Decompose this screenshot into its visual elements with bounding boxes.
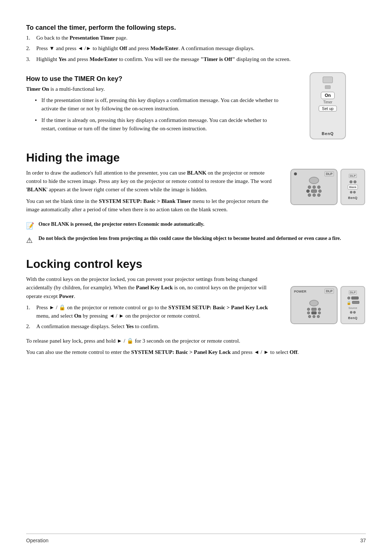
hiding-heading: Hiding the image bbox=[26, 151, 366, 164]
cancel-timer-heading: To cancel the timer, perform the followi… bbox=[26, 24, 366, 32]
locking-content: With the control keys on the projector l… bbox=[26, 275, 366, 334]
locking-section: Locking control keys With the control ke… bbox=[26, 257, 366, 356]
step-3: 3. Highlight Yes and press Mode/Enter to… bbox=[26, 55, 366, 64]
hiding-projector-group: DLP bbox=[290, 169, 365, 205]
hiding-text: In order to draw the audience's full att… bbox=[26, 169, 281, 217]
side-remote-illustration: DLP Blank BenQ bbox=[340, 169, 365, 205]
lock-remote-top bbox=[347, 297, 359, 299]
power-label: POWER bbox=[294, 290, 306, 293]
side-dlp-badge: DLP bbox=[349, 174, 357, 178]
hiding-section: Hiding the image In order to draw the au… bbox=[26, 151, 366, 246]
lock-icon-text: 🔒 bbox=[347, 301, 351, 305]
bullet-2: • If the timer is already on, pressing t… bbox=[35, 116, 281, 133]
power-led bbox=[294, 172, 297, 175]
locking-step-1: 1. Press ► / 🔒 on the projector or remot… bbox=[26, 303, 281, 321]
remote-brand: BenQ bbox=[322, 131, 334, 136]
note-icon: 📝 bbox=[26, 221, 36, 231]
proj-btn bbox=[313, 185, 316, 189]
lock-btn bbox=[318, 308, 321, 311]
step-2: 2. Press ▼ and press ◄ /► to highlight O… bbox=[26, 44, 366, 53]
side-remote-top-btns bbox=[350, 180, 356, 183]
locking-steps: 1. Press ► / 🔒 on the projector or remot… bbox=[26, 303, 281, 331]
side-nav-btns bbox=[350, 191, 356, 193]
locking-projector: DLP POWER bbox=[290, 286, 338, 324]
locking-side-remote: DLP 🔒 Source BenQ bbox=[340, 286, 365, 324]
hiding-para2: You can set the blank time in the SYSTEM… bbox=[26, 197, 281, 214]
bullet-1: • If the presentation timer is off, pres… bbox=[35, 96, 281, 113]
cancel-timer-section: To cancel the timer, perform the followi… bbox=[26, 24, 366, 64]
lr-rect bbox=[351, 297, 359, 299]
side-btn bbox=[350, 180, 352, 183]
lock-btn bbox=[318, 311, 321, 314]
remote-ir bbox=[325, 85, 331, 89]
proj-btn bbox=[317, 193, 320, 197]
side-brand: BenQ bbox=[348, 196, 358, 200]
lr-btn bbox=[347, 297, 350, 299]
proj-btn bbox=[308, 193, 311, 197]
projector-controls bbox=[306, 185, 322, 197]
proj-btn bbox=[308, 185, 311, 189]
proj-btn bbox=[317, 185, 320, 189]
projector-lens bbox=[309, 177, 319, 184]
locking-dlp-badge: DLP bbox=[324, 289, 334, 294]
remote-setup-btn: Set up bbox=[319, 106, 337, 111]
remote-on-btn: On bbox=[321, 92, 335, 99]
cancel-timer-steps: 1. Go back to the Presentation Timer pag… bbox=[26, 34, 366, 64]
side-nav-btn bbox=[350, 191, 352, 193]
blank-btn: Blank bbox=[348, 185, 358, 189]
locking-step-2: 2. A confirmation message displays. Sele… bbox=[26, 322, 281, 331]
hiding-content: In order to draw the audience's full att… bbox=[26, 169, 366, 217]
lr-nav bbox=[350, 311, 352, 314]
remote-control-image: On Timer Set up BenQ bbox=[310, 72, 346, 139]
release-text: To release panel key lock, press and hol… bbox=[26, 337, 366, 345]
blank-note: 📝 Once BLANK is pressed, the projector e… bbox=[26, 220, 366, 231]
lock-btn bbox=[317, 315, 320, 318]
note-text: Once BLANK is pressed, the projector ent… bbox=[38, 220, 204, 228]
locking-lens bbox=[309, 300, 319, 306]
step-1: 1. Go back to the Presentation Timer pag… bbox=[26, 34, 366, 42]
blocking-warning: ⚠ Do not block the projection lens from … bbox=[26, 234, 366, 246]
locking-intro: With the control keys on the projector l… bbox=[26, 275, 281, 301]
side-btn bbox=[354, 180, 356, 183]
locking-controls bbox=[307, 308, 321, 318]
locking-images: DLP POWER bbox=[290, 275, 366, 324]
dlp-badge: DLP bbox=[324, 171, 334, 176]
projector-illustration: DLP bbox=[290, 169, 338, 205]
lock-remote-mid: 🔒 bbox=[347, 301, 359, 305]
proj-btn bbox=[313, 193, 316, 197]
proj-btn bbox=[306, 189, 310, 193]
lock-rect bbox=[311, 308, 317, 311]
remote-timer-label: Timer bbox=[323, 100, 332, 104]
also-text: You can also use the remote control to e… bbox=[26, 348, 366, 356]
locking-projector-group: DLP POWER bbox=[290, 286, 365, 324]
lr-nav bbox=[353, 311, 356, 314]
remote-top-slot bbox=[323, 77, 333, 83]
timer-on-heading: How to use the TIMER On key? bbox=[26, 75, 281, 83]
hiding-para1: In order to draw the audience's full att… bbox=[26, 169, 281, 194]
timer-on-section: How to use the TIMER On key? Timer On is… bbox=[26, 69, 366, 139]
locking-heading: Locking control keys bbox=[26, 257, 366, 271]
warning-icon: ⚠ bbox=[26, 235, 36, 246]
lock-rect bbox=[311, 311, 317, 314]
side-nav-btn bbox=[353, 191, 356, 193]
lock-brand: BenQ bbox=[348, 316, 358, 320]
footer-left: Operation bbox=[26, 538, 48, 543]
lock-btn bbox=[307, 308, 310, 311]
lock-remote-nav bbox=[350, 311, 356, 314]
timer-on-text: How to use the TIMER On key? Timer On is… bbox=[26, 69, 281, 136]
proj-btn bbox=[318, 189, 322, 193]
lr-source bbox=[352, 301, 359, 304]
timer-on-intro: Timer On is a multi-functional key. bbox=[26, 85, 281, 93]
lock-btn bbox=[307, 311, 310, 314]
source-label: Source bbox=[348, 306, 357, 310]
hiding-images: DLP bbox=[290, 169, 366, 205]
locking-text: With the control keys on the projector l… bbox=[26, 275, 281, 334]
lock-btn bbox=[313, 315, 315, 318]
proj-rect-btn bbox=[311, 189, 317, 193]
remote-image-col: On Timer Set up BenQ bbox=[290, 69, 366, 139]
lock-dlp-badge: DLP bbox=[349, 290, 357, 294]
warning-text: Do not block the projection lens from pr… bbox=[38, 234, 341, 242]
page-footer: Operation 37 bbox=[26, 534, 366, 543]
lock-btn bbox=[308, 315, 311, 318]
timer-on-bullets: • If the presentation timer is off, pres… bbox=[35, 96, 281, 133]
